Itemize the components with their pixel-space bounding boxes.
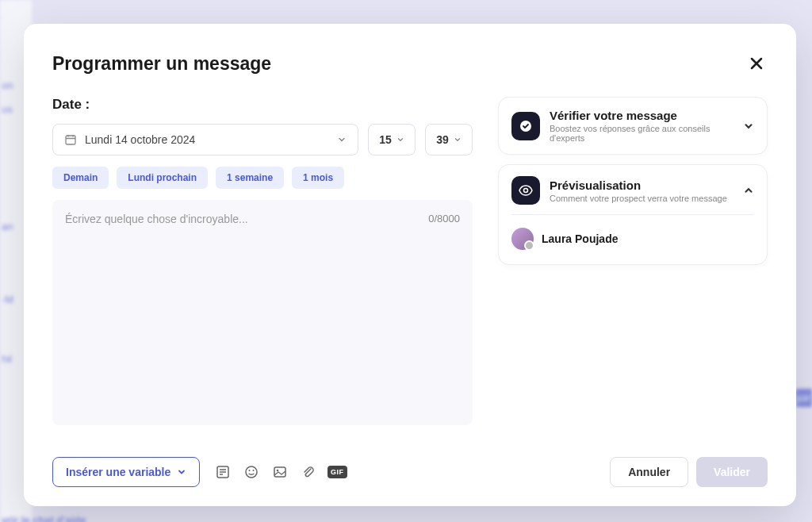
hour-value: 15 [379, 133, 392, 146]
date-value: Lundi 14 octobre 2024 [85, 133, 195, 146]
preview-person: Laura Poujade [511, 225, 754, 253]
close-button[interactable] [745, 52, 768, 75]
quick-date-chips: Demain Lundi prochain 1 semaine 1 mois [52, 167, 473, 189]
gif-label: GIF [327, 466, 347, 478]
schedule-message-modal: Programmer un message Date : Lundi 14 oc… [24, 24, 796, 506]
person-name: Laura Poujade [542, 232, 618, 245]
gif-button[interactable]: GIF [328, 463, 346, 481]
chip-next-monday[interactable]: Lundi prochain [117, 167, 208, 189]
right-column: Vérifier votre message Boostez vos répon… [498, 97, 768, 425]
left-column: Date : Lundi 14 octobre 2024 15 39 Demai… [52, 97, 473, 425]
svg-point-5 [249, 470, 251, 471]
modal-footer: Insérer une variable GIF [52, 441, 768, 487]
svg-point-6 [253, 470, 255, 471]
emoji-icon[interactable] [243, 463, 260, 481]
editor-toolbar: GIF [214, 463, 346, 481]
cancel-button[interactable]: Annuler [610, 457, 688, 487]
eye-icon [518, 182, 534, 198]
date-label: Date : [52, 97, 473, 113]
chip-one-week[interactable]: 1 semaine [216, 167, 284, 189]
verify-subtitle: Boostez vos réponses grâce aux conseils … [550, 124, 733, 143]
modal-title: Programmer un message [52, 53, 271, 75]
message-check-icon [519, 119, 533, 133]
verify-title: Vérifier votre message [550, 109, 733, 122]
chevron-up-icon [743, 185, 754, 196]
preview-title: Prévisualisation [550, 178, 733, 192]
chevron-down-icon [396, 136, 404, 144]
insert-variable-button[interactable]: Insérer une variable [52, 457, 200, 487]
chevron-down-icon [454, 136, 462, 144]
avatar [511, 228, 534, 250]
svg-point-8 [277, 470, 279, 472]
preview-subtitle: Comment votre prospect verra votre messa… [550, 194, 733, 203]
date-row: Lundi 14 octobre 2024 15 39 [52, 124, 473, 155]
calendar-icon [64, 133, 77, 146]
svg-point-2 [524, 189, 528, 193]
minute-select[interactable]: 39 [425, 124, 473, 155]
editor-container: 0/8000 [52, 200, 473, 425]
verify-panel-header[interactable]: Vérifier votre message Boostez vos répon… [511, 109, 754, 143]
date-picker[interactable]: Lundi 14 octobre 2024 [52, 124, 358, 155]
close-icon [749, 56, 764, 71]
chip-tomorrow[interactable]: Demain [52, 167, 109, 189]
insert-variable-label: Insérer une variable [66, 466, 170, 478]
chevron-down-icon [177, 467, 186, 477]
verify-icon-badge [511, 112, 540, 140]
attachment-icon[interactable] [300, 463, 317, 481]
preview-panel: Prévisualisation Comment votre prospect … [498, 164, 768, 265]
svg-rect-0 [66, 136, 75, 144]
chip-one-month[interactable]: 1 mois [292, 167, 344, 189]
preview-icon-badge [511, 176, 540, 205]
modal-header: Programmer un message [52, 52, 768, 75]
submit-button[interactable]: Valider [696, 457, 768, 487]
svg-point-4 [246, 466, 257, 478]
divider [511, 214, 754, 215]
minute-value: 39 [436, 133, 449, 146]
preview-panel-header[interactable]: Prévisualisation Comment votre prospect … [511, 176, 754, 205]
char-count: 0/8000 [428, 213, 460, 225]
chevron-down-icon [743, 121, 754, 132]
verify-panel: Vérifier votre message Boostez vos répon… [498, 97, 768, 155]
hour-select[interactable]: 15 [368, 124, 416, 155]
message-editor[interactable] [65, 213, 460, 413]
chevron-down-icon [337, 135, 347, 144]
image-icon[interactable] [271, 463, 289, 481]
note-icon[interactable] [214, 463, 232, 481]
